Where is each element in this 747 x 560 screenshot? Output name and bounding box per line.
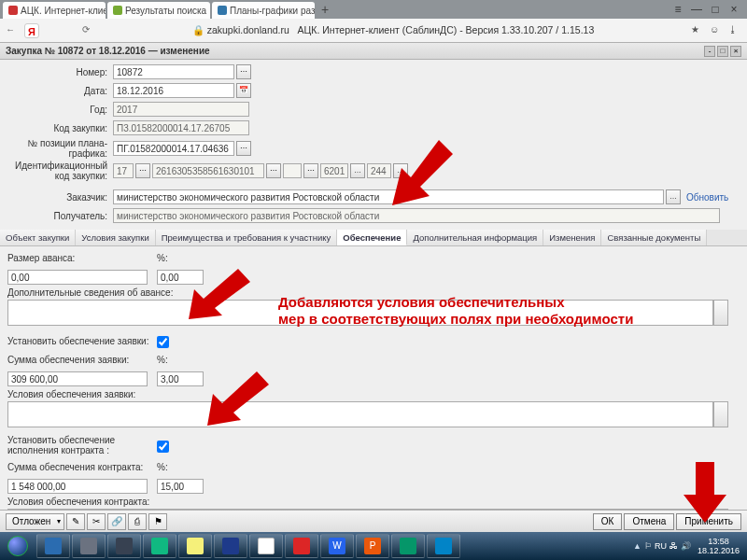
pos-field[interactable]	[113, 141, 234, 156]
contract-secure-pct-field[interactable]	[157, 479, 204, 494]
ident-picker-5[interactable]: …	[393, 163, 408, 178]
app-secure-checkbox[interactable]	[157, 336, 169, 348]
browser-tab-2[interactable]: Планы-графики размещен…	[212, 2, 315, 19]
toolbar-icon-3[interactable]: 🔗	[107, 513, 126, 530]
tab-changes[interactable]: Изменения	[543, 230, 601, 245]
status-dropdown[interactable]: Отложен	[6, 513, 64, 530]
avans-pct-field[interactable]	[157, 270, 204, 285]
tray-vol-icon[interactable]: 🔊	[681, 541, 691, 551]
number-field[interactable]	[113, 64, 234, 79]
ident-field-1[interactable]	[113, 163, 134, 178]
new-tab-button[interactable]: +	[316, 2, 334, 17]
ident-picker-4[interactable]: …	[350, 163, 365, 178]
tab-security[interactable]: Обеспечение	[337, 230, 407, 245]
tab-favicon	[113, 6, 122, 15]
tab-conditions[interactable]: Условия закупки	[76, 230, 155, 245]
download-icon[interactable]: ⭳	[728, 24, 741, 37]
page-title: АЦК. Интернет-клиент (СаблинДС) - Версия…	[298, 24, 595, 35]
start-button[interactable]	[0, 532, 35, 560]
date-field[interactable]	[113, 83, 234, 98]
toolbar-icon-2[interactable]: ✂	[87, 513, 106, 530]
maximize-icon[interactable]: □	[708, 3, 723, 16]
tab-label: Планы-графики размещен…	[230, 6, 315, 16]
contract-secure-checkbox[interactable]	[157, 441, 169, 453]
window-max-icon[interactable]: □	[717, 46, 728, 57]
contract-secure-cond-label: Условия обеспечения контракта:	[7, 497, 740, 507]
ok-button[interactable]: ОК	[593, 513, 623, 530]
address-bar[interactable]: 🔒 zakupki.donland.ru АЦК. Интернет-клиен…	[101, 24, 685, 36]
ident-field-3[interactable]	[320, 163, 348, 178]
taskbar-app-8[interactable]	[285, 534, 318, 558]
ident-field-blank[interactable]	[283, 163, 302, 178]
feedback-icon[interactable]: ☺	[710, 24, 723, 37]
avans-extra-expand-button[interactable]	[713, 300, 728, 326]
contract-secure-set-label: Установить обеспечение исполнения контра…	[7, 435, 157, 455]
close-window-icon[interactable]: ×	[726, 3, 741, 16]
taskbar-app-4[interactable]	[143, 534, 176, 558]
app-secure-cond-textarea[interactable]	[7, 401, 713, 427]
toolbar-icon-5[interactable]: ⚑	[148, 513, 167, 530]
browser-tab-1[interactable]: Результаты поиска	[107, 2, 210, 19]
tray-time: 13:58	[698, 537, 740, 546]
taskbar-app-3[interactable]	[107, 534, 141, 558]
bookmark-icon[interactable]: ★	[691, 24, 704, 37]
receiver-field	[113, 208, 720, 223]
number-label: Номер:	[6, 67, 113, 77]
browser-tab-0[interactable]: АЦК. Интернет-клиент (×	[3, 2, 106, 19]
tab-object[interactable]: Объект закупки	[0, 230, 76, 245]
tab-docs[interactable]: Связанные документы	[601, 230, 707, 245]
yandex-logo[interactable]: Я	[24, 23, 39, 38]
taskbar-app-5[interactable]	[178, 534, 212, 558]
customer-field[interactable]	[113, 189, 664, 204]
number-picker-button[interactable]: ⋯	[236, 64, 251, 79]
tray-date: 18.12.2016	[698, 546, 740, 555]
browser-urlbar: ← Я ⟳ 🔒 zakupki.donland.ru АЦК. Интернет…	[0, 19, 747, 43]
tray-net-icon[interactable]: 🖧	[669, 541, 678, 551]
date-label: Дата:	[6, 86, 113, 96]
tray-expand-icon[interactable]: ▲	[633, 541, 641, 551]
cancel-button[interactable]: Отмена	[624, 513, 674, 530]
tray-flag-icon[interactable]: ⚐	[644, 541, 652, 551]
window-close-icon[interactable]: ×	[730, 46, 741, 57]
apply-button[interactable]: Применить	[676, 513, 741, 530]
window-footer: Отложен ✎ ✂ 🔗 ⎙ ⚑ ОК Отмена Применить	[0, 510, 747, 532]
windows-orb-icon	[7, 536, 28, 556]
taskbar-app-7[interactable]	[249, 534, 283, 558]
customer-picker-button[interactable]: …	[666, 189, 681, 204]
pos-picker-button[interactable]: ⋯	[236, 141, 251, 156]
ident-picker-1[interactable]: ⋯	[135, 163, 150, 178]
contract-secure-sum-field[interactable]	[7, 479, 148, 494]
toolbar-icon-4[interactable]: ⎙	[128, 513, 147, 530]
calendar-icon[interactable]: 📅	[236, 83, 251, 98]
taskbar-app-word[interactable]: W	[320, 534, 354, 558]
menu-icon[interactable]: ≡	[670, 3, 685, 16]
taskbar-app-2[interactable]	[72, 534, 106, 558]
app-secure-pct-field[interactable]	[157, 371, 204, 386]
minimize-icon[interactable]: ―	[689, 3, 704, 16]
taskbar-app-1[interactable]	[36, 534, 70, 558]
taskbar-app-6[interactable]	[214, 534, 247, 558]
toolbar-icon-1[interactable]: ✎	[66, 513, 85, 530]
taskbar-app-9[interactable]	[391, 534, 425, 558]
taskbar-app-10[interactable]	[427, 534, 460, 558]
avans-extra-textarea[interactable]	[7, 300, 713, 326]
window-min-icon[interactable]: -	[704, 46, 715, 57]
app-secure-expand-button[interactable]	[713, 401, 728, 427]
window-header: Закупка № 10872 от 18.12.2016 — изменени…	[0, 43, 747, 60]
avans-size-field[interactable]	[7, 270, 148, 285]
app-secure-set-label: Установить обеспечение заявки:	[7, 336, 157, 346]
ident-field-2[interactable]	[152, 163, 264, 178]
app-secure-sum-field[interactable]	[7, 371, 148, 386]
reload-icon[interactable]: ⟳	[82, 24, 95, 37]
refresh-link[interactable]: Обновить	[686, 192, 728, 203]
back-icon[interactable]: ←	[6, 24, 19, 37]
tray-lang[interactable]: RU	[655, 541, 667, 551]
tab-requirements[interactable]: Преимущества и требования к участнику	[156, 230, 338, 245]
ident-picker-3[interactable]: ⋯	[303, 163, 318, 178]
ident-field-4[interactable]	[367, 163, 391, 178]
tray-clock[interactable]: 13:58 18.12.2016	[694, 537, 743, 555]
ident-picker-2[interactable]: ⋯	[266, 163, 281, 178]
tab-label: АЦК. Интернет-клиент (	[21, 6, 106, 16]
tab-addinfo[interactable]: Дополнительная информация	[407, 230, 543, 245]
taskbar-app-ppt[interactable]: P	[356, 534, 389, 558]
